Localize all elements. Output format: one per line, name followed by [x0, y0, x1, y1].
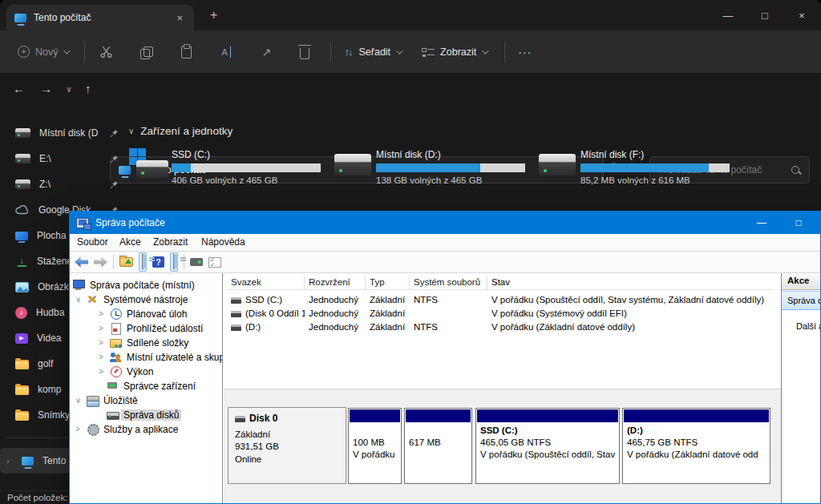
expander-icon[interactable]: >	[99, 367, 107, 376]
tab-bar: Tento počítač × + — □ ×	[0, 0, 821, 30]
volume-row-efi[interactable]: (Disk 0 Oddíl 1) Jednoduchý Základní V p…	[227, 307, 774, 321]
pin-icon	[110, 180, 119, 189]
drive-tile-f[interactable]: Místní disk (F:) 85,2 MB volných z 616 M…	[537, 147, 742, 192]
drive-tile-c[interactable]: SSD (C:) 406 GB volných z 465 GB	[128, 147, 333, 192]
more-button[interactable]: ···	[518, 46, 532, 58]
mmc-titlebar[interactable]: Správa počítače — □	[70, 212, 820, 234]
partition-box-efi[interactable]: 100 MB V pořádku	[348, 408, 402, 484]
share-button[interactable]: ↗	[258, 44, 274, 60]
pin-icon	[110, 129, 119, 138]
volume-row-d[interactable]: (D:) Jednoduchý Základní NTFS V pořádku …	[227, 321, 774, 334]
tab-tento-pocitac[interactable]: Tento počítač ×	[6, 5, 194, 30]
show-console-tree-button[interactable]	[139, 252, 147, 272]
up-button[interactable]: ↑	[85, 82, 91, 95]
tools-icon	[87, 294, 99, 304]
tree-item-sprava-disku[interactable]: Správa disků	[107, 408, 181, 421]
new-button[interactable]: + Nový	[18, 46, 68, 58]
disk-icon	[235, 416, 245, 422]
properties-list-icon[interactable]: ✓✓	[208, 257, 221, 268]
partition-status: V pořádku (Spouštěcí oddíl, Stav	[480, 450, 617, 462]
tree-item-prohlizec-udalosti[interactable]: > Prohlížeč událostí	[99, 321, 203, 335]
column-header-typ[interactable]: Typ	[366, 276, 410, 289]
mmc-maximize-button[interactable]: □	[785, 212, 812, 234]
expander-icon[interactable]: >	[75, 425, 83, 433]
sort-button[interactable]: ↑↓ Seřadit	[344, 46, 401, 58]
computer-management-icon	[76, 218, 89, 228]
copy-button[interactable]	[138, 44, 154, 60]
tree-item-systemove-nastroje[interactable]: ∨ Systémové nástroje	[75, 292, 188, 306]
back-icon[interactable]	[75, 257, 88, 268]
drive-tile-d[interactable]: Místní disk (D:) 138 GB volných z 465 GB	[333, 147, 537, 192]
actions-item-sprava-disku[interactable]: Správa disků	[782, 291, 820, 310]
view-button[interactable]: Zobrazit	[422, 46, 487, 58]
forward-icon[interactable]	[94, 257, 107, 268]
expander-icon[interactable]: ∨	[75, 295, 83, 304]
tree-item-sdilene-slozky[interactable]: > Sdílené složky	[99, 336, 188, 349]
services-icon	[87, 424, 99, 434]
drive-icon	[333, 147, 376, 183]
disk-graphical-view: Disk 0 Základní 931,51 GB Online 100 MB …	[224, 389, 783, 503]
disk-tool-icon[interactable]	[190, 258, 203, 266]
navigation-bar: ← → ∨ ↑ › Tento počítač ↻	[0, 74, 821, 114]
explorer-window: Tento počítač × + — □ × + Nový A ↗	[0, 0, 821, 504]
sidebar-item-mistni-disk[interactable]: Místní disk (D	[0, 120, 127, 146]
partition-color-band	[477, 409, 618, 422]
partition-box-c[interactable]: SSD (C:) 465,05 GB NTFS V pořádku (Spouš…	[475, 408, 620, 484]
partition-box-d[interactable]: (D:) 465,75 GB NTFS V pořádku (Základní …	[622, 408, 770, 484]
tree-item-mistni-uzivatele[interactable]: > Místní uživatelé a skupiny	[99, 350, 223, 364]
new-tab-button[interactable]: +	[210, 8, 217, 22]
show-action-pane-button[interactable]	[170, 252, 178, 272]
tree-item-sluzby-aplikace[interactable]: > Služby a aplikace	[75, 422, 178, 436]
tree-item-uloziste[interactable]: ∨ Úložiště	[75, 393, 138, 407]
expander-icon[interactable]: ∨	[75, 396, 83, 405]
tab-close-icon[interactable]: ×	[173, 12, 186, 24]
expander-icon[interactable]: >	[99, 309, 107, 318]
partition-box-recovery[interactable]: 617 MB	[404, 408, 472, 484]
minimize-button[interactable]: —	[710, 0, 746, 30]
device-manager-icon	[107, 381, 119, 391]
sort-button-label: Seřadit	[358, 46, 390, 58]
forward-button[interactable]: →	[40, 82, 52, 95]
drive-icon	[15, 128, 30, 138]
videos-icon: ▶	[15, 333, 28, 344]
column-header-stav[interactable]: Stav	[487, 276, 774, 289]
tree-item-vykon[interactable]: > Výkon	[99, 365, 153, 378]
close-button[interactable]: ×	[784, 0, 819, 30]
menu-napoveda[interactable]: Nápověda	[201, 236, 245, 248]
disk-header-box[interactable]: Disk 0 Základní 931,51 GB Online	[228, 407, 346, 484]
actions-more[interactable]: Další akce	[796, 321, 821, 331]
column-header-system-souboru[interactable]: Systém souborů	[410, 276, 487, 289]
tree-item-sprava-pocitace[interactable]: Správa počítače (místní)	[73, 278, 195, 292]
disk-size: 931,51 GB	[235, 441, 339, 454]
up-one-level-icon[interactable]	[119, 257, 133, 267]
disk-name: Disk 0	[249, 413, 277, 424]
maximize-button[interactable]: □	[747, 0, 783, 30]
rename-button[interactable]: A	[218, 44, 234, 60]
volume-row-c[interactable]: SSD (C:) Jednoduchý Základní NTFS V pořá…	[227, 293, 774, 307]
devices-section-header[interactable]: ∨ Zařízení a jednotky	[128, 125, 233, 137]
sidebar-item-e-drive[interactable]: E:\	[0, 146, 127, 171]
back-button[interactable]: ←	[13, 82, 25, 95]
menu-akce[interactable]: Akce	[119, 236, 141, 248]
drive-free-text: 138 GB volných z 465 GB	[376, 175, 525, 185]
tree-item-spravce-zarizeni[interactable]: Správce zařízení	[107, 379, 196, 393]
sidebar-item-z-drive[interactable]: Z:\	[0, 171, 127, 197]
recent-locations-button[interactable]: ∨	[66, 84, 72, 95]
expander-icon[interactable]: >	[99, 324, 107, 333]
tree-item-planovac-uloh[interactable]: > Plánovač úloh	[99, 307, 187, 321]
disk-management-pane: Svazek Rozvržení Typ Systém souborů Stav…	[224, 273, 783, 503]
partition-status: V pořádku (Základní datové odd	[627, 450, 768, 462]
column-header-rozvrzeni[interactable]: Rozvržení	[305, 276, 366, 289]
column-header-svazek[interactable]: Svazek	[227, 276, 305, 289]
delete-button[interactable]	[297, 44, 313, 60]
mmc-minimize-button[interactable]: —	[748, 212, 775, 234]
expander-icon[interactable]: >	[99, 338, 107, 347]
menu-zobrazit[interactable]: Zobrazit	[153, 236, 188, 248]
chevron-right-icon[interactable]: ›	[3, 457, 13, 466]
actions-header: Akce	[782, 273, 820, 290]
cut-button[interactable]	[98, 44, 114, 60]
chevron-down-icon[interactable]: ∨	[128, 127, 134, 135]
expander-icon[interactable]: >	[99, 353, 107, 361]
menu-soubor[interactable]: Soubor	[77, 236, 108, 248]
paste-button[interactable]	[178, 44, 194, 60]
